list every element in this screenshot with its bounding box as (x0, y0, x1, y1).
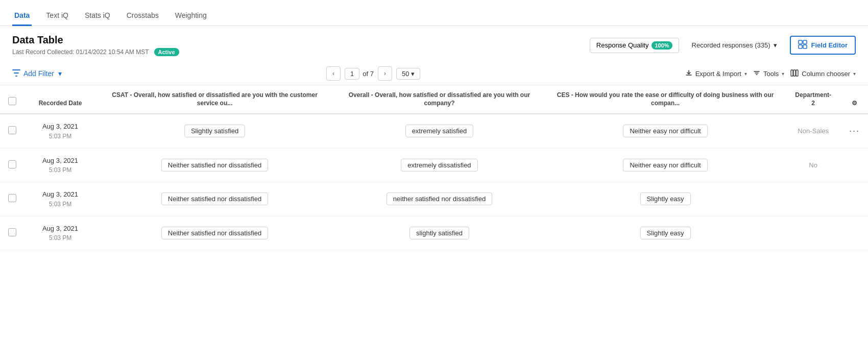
row-actions (841, 182, 868, 216)
row-actions (841, 216, 868, 250)
svg-rect-2 (799, 45, 802, 48)
select-all-checkbox[interactable] (8, 97, 16, 105)
export-import-label: Export & Import (695, 70, 741, 78)
field-editor-button[interactable]: Field Editor (790, 36, 856, 55)
table-row: Aug 3, 2021 5:03 PM Neither satisfied no… (0, 148, 868, 182)
row-department: No (785, 148, 841, 182)
row-checkbox-cell (0, 182, 25, 216)
row-checkbox[interactable] (8, 160, 16, 168)
last-record-label: Last Record Collected: 01/14/2022 10:54 … (12, 48, 149, 56)
page-total: of 7 (363, 70, 374, 78)
svg-rect-6 (796, 70, 798, 76)
row-checkbox-cell (0, 216, 25, 250)
svg-rect-3 (803, 45, 807, 48)
table-row: Aug 3, 2021 5:03 PM Slightly satisfied e… (0, 114, 868, 148)
recorded-responses-label: Recorded responses (335) (692, 41, 770, 49)
page-title: Data Table (12, 34, 179, 46)
tab-weighting[interactable]: Weighting (173, 6, 209, 26)
svg-rect-1 (803, 40, 807, 44)
svg-rect-0 (799, 40, 802, 44)
tab-text-iq[interactable]: Text iQ (44, 6, 70, 26)
row-checkbox[interactable] (8, 126, 16, 134)
row-checkbox-cell (0, 148, 25, 182)
response-quality-label: Response Quality (596, 41, 649, 49)
per-page-chevron: ▾ (411, 70, 415, 78)
row-overall: neither satisfied nor dissatisfied (333, 182, 545, 216)
export-chevron: ▾ (744, 71, 747, 77)
header-left: Data Table Last Record Collected: 01/14/… (12, 34, 179, 56)
row-actions: ··· (841, 114, 868, 148)
row-date: Aug 3, 2021 5:03 PM (25, 148, 96, 182)
svg-rect-5 (793, 70, 795, 76)
tools-icon (753, 69, 760, 78)
header-checkbox-col (0, 85, 25, 114)
more-actions-button[interactable]: ··· (849, 126, 860, 136)
row-overall: extremely dissatisfied (333, 148, 545, 182)
tab-crosstabs[interactable]: Crosstabs (125, 6, 161, 26)
row-checkbox[interactable] (8, 228, 16, 236)
header-settings[interactable]: ⚙ (841, 85, 868, 114)
per-page-value: 50 (402, 70, 409, 78)
page-info: 1 of 7 (345, 68, 374, 80)
row-ces: Neither easy nor difficult (545, 148, 785, 182)
column-chooser-button[interactable]: Column chooser ▾ (790, 69, 856, 78)
column-chooser-label: Column chooser (802, 70, 850, 78)
chevron-down-icon: ▾ (774, 41, 777, 49)
row-department (785, 182, 841, 216)
toolbar-center: ‹ 1 of 7 › 50 ▾ (326, 66, 420, 81)
tools-label: Tools (763, 70, 779, 78)
data-toolbar: Add Filter ▾ ‹ 1 of 7 › 50 ▾ Export & Im… (0, 62, 868, 85)
tools-button[interactable]: Tools ▾ (753, 69, 784, 78)
row-ces: Neither easy nor difficult (545, 114, 785, 148)
row-checkbox[interactable] (8, 194, 16, 202)
table-row: Aug 3, 2021 5:03 PM Neither satisfied no… (0, 182, 868, 216)
per-page-selector[interactable]: 50 ▾ (396, 68, 420, 80)
row-department (785, 216, 841, 250)
field-editor-icon (798, 40, 807, 51)
row-csat: Neither satisfied nor dissatisfied (96, 216, 333, 250)
tab-stats-iq[interactable]: Stats iQ (83, 6, 112, 26)
row-overall: slightly satisfied (333, 216, 545, 250)
field-editor-label: Field Editor (811, 41, 848, 49)
prev-page-button[interactable]: ‹ (326, 66, 341, 81)
export-import-button[interactable]: Export & Import ▾ (685, 69, 747, 78)
row-ces: Slightly easy (545, 182, 785, 216)
row-csat: Neither satisfied nor dissatisfied (96, 148, 333, 182)
filter-icon (12, 69, 20, 78)
row-actions (841, 148, 868, 182)
recorded-responses-button[interactable]: Recorded responses (335) ▾ (685, 38, 784, 53)
add-filter-button[interactable]: Add Filter (12, 69, 54, 78)
tools-chevron: ▾ (782, 71, 784, 77)
header-csat: CSAT - Overall, how satisfied or dissati… (96, 85, 333, 114)
add-filter-label: Add Filter (23, 69, 54, 78)
row-csat: Neither satisfied nor dissatisfied (96, 182, 333, 216)
response-quality-button[interactable]: Response Quality 100% (590, 38, 679, 53)
toolbar-left: Add Filter ▾ (12, 69, 62, 78)
response-quality-value: 100% (652, 41, 672, 50)
row-overall: extremely satisfied (333, 114, 545, 148)
header-ces: CES - How would you rate the ease or dif… (545, 85, 785, 114)
header-right: Response Quality 100% Recorded responses… (590, 36, 856, 55)
current-page[interactable]: 1 (345, 68, 359, 80)
column-chooser-chevron: ▾ (853, 71, 856, 77)
header-subtitle: Last Record Collected: 01/14/2022 10:54 … (12, 48, 179, 56)
export-icon (685, 69, 692, 78)
status-badge: Active (154, 48, 179, 56)
data-table-container: Recorded Date CSAT - Overall, how satisf… (0, 85, 868, 250)
row-csat: Slightly satisfied (96, 114, 333, 148)
table-row: Aug 3, 2021 5:03 PM Neither satisfied no… (0, 216, 868, 250)
header-department: Department-2 (785, 85, 841, 114)
row-date: Aug 3, 2021 5:03 PM (25, 216, 96, 250)
header-recorded-date: Recorded Date (25, 85, 96, 114)
svg-rect-4 (791, 70, 793, 76)
next-page-button[interactable]: › (378, 66, 392, 81)
gear-icon[interactable]: ⚙ (852, 100, 857, 107)
toolbar-right: Export & Import ▾ Tools ▾ Column chooser… (685, 69, 856, 78)
row-ces: Slightly easy (545, 216, 785, 250)
tab-data[interactable]: Data (12, 6, 32, 26)
row-department: Non-Sales (785, 114, 841, 148)
filter-dropdown-icon[interactable]: ▾ (58, 69, 62, 78)
page-header: Data Table Last Record Collected: 01/14/… (0, 26, 868, 62)
row-date: Aug 3, 2021 5:03 PM (25, 182, 96, 216)
row-date: Aug 3, 2021 5:03 PM (25, 114, 96, 148)
